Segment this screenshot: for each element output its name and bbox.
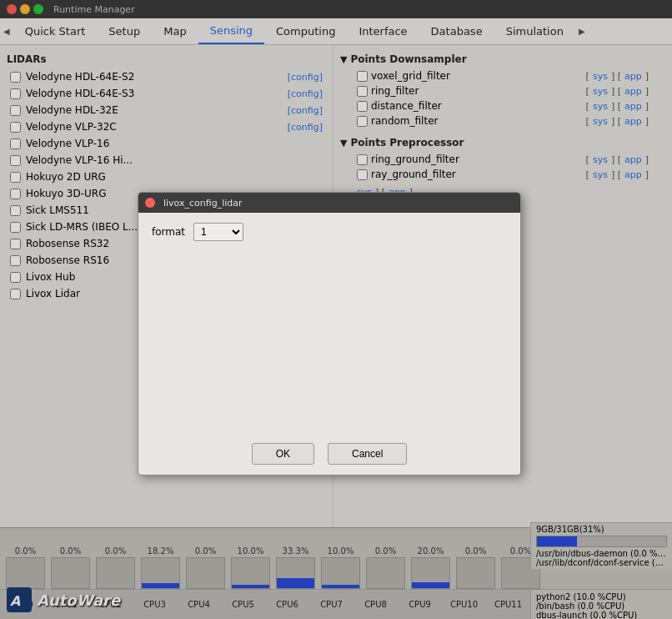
dialog-cancel-button[interactable]: Cancel: [328, 443, 407, 465]
livox-config-dialog: livox_config_lidar format 1 2 3 OK Cance…: [138, 192, 521, 476]
dialog-overlay: livox_config_lidar format 1 2 3 OK Cance…: [0, 0, 672, 619]
dialog-format-row: format 1 2 3: [152, 223, 507, 241]
dialog-title-bar: livox_config_lidar: [138, 193, 520, 213]
dialog-title-text: livox_config_lidar: [163, 198, 243, 209]
dialog-buttons: OK Cancel: [138, 433, 520, 475]
dialog-ok-button[interactable]: OK: [252, 443, 314, 465]
dialog-format-select[interactable]: 1 2 3: [193, 223, 243, 241]
dialog-body: format 1 2 3: [138, 213, 520, 433]
dialog-format-label: format: [152, 226, 185, 238]
dialog-close-button[interactable]: [145, 198, 155, 208]
